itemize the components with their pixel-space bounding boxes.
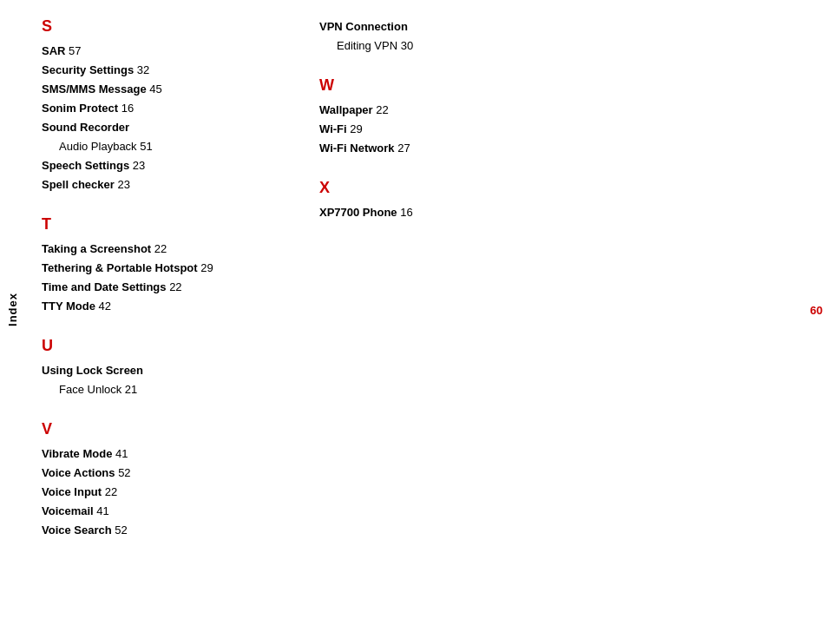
list-item: Face Unlock 21 (42, 380, 285, 399)
list-item: Sonim Protect 16 (42, 99, 285, 118)
list-item: Sound Recorder (42, 118, 285, 137)
vpn-section: VPN Connection Editing VPN 30 (319, 17, 562, 56)
list-item: Using Lock Screen (42, 361, 285, 380)
list-item: Voice Actions 52 (42, 464, 285, 483)
page-container: Index S SAR 57 Security Settings 32 SMS/… (0, 0, 840, 619)
list-item: Taking a Screenshot 22 (42, 240, 285, 259)
list-item: Time and Date Settings 22 (42, 278, 285, 297)
list-item: Vibrate Mode 41 (42, 444, 285, 464)
list-item: Voice Input 22 (42, 483, 285, 502)
right-column: VPN Connection Editing VPN 30 W Wallpape… (319, 17, 562, 602)
section-u: U (42, 337, 285, 356)
list-item: XP7700 Phone 16 (319, 203, 562, 222)
list-item: Wi-Fi Network 27 (319, 139, 562, 158)
section-v: V (42, 420, 285, 439)
sidebar: Index (0, 0, 24, 619)
list-item: Security Settings 32 (42, 61, 285, 80)
list-item: Voice Search 52 (42, 521, 285, 540)
main-content: S SAR 57 Security Settings 32 SMS/MMS Me… (24, 0, 840, 619)
section-w: W (319, 76, 562, 95)
list-item: Wallpaper 22 (319, 101, 562, 120)
section-x: X (319, 179, 562, 198)
section-s: S (42, 17, 285, 36)
list-item: VPN Connection (319, 17, 562, 36)
section-t: T (42, 215, 285, 234)
sidebar-label: Index (6, 293, 19, 326)
list-item: SMS/MMS Message 45 (42, 80, 285, 99)
list-item: TTY Mode 42 (42, 297, 285, 316)
list-item: Editing VPN 30 (319, 36, 562, 56)
list-item: Voicemail 41 (42, 502, 285, 521)
list-item: Tethering & Portable Hotspot 29 (42, 259, 285, 278)
page-number: 60 (810, 303, 823, 316)
left-column: S SAR 57 Security Settings 32 SMS/MMS Me… (42, 17, 285, 602)
list-item: Speech Settings 23 (42, 156, 285, 175)
list-item: Wi-Fi 29 (319, 120, 562, 139)
list-item: SAR 57 (42, 42, 285, 61)
list-item: Spell checker 23 (42, 175, 285, 194)
list-item: Audio Playback 51 (42, 137, 285, 156)
